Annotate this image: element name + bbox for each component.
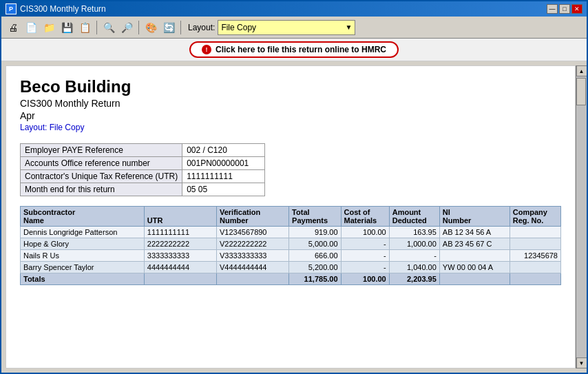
layout-dropdown-value: File Copy — [221, 23, 345, 32]
totals-cell — [439, 273, 510, 285]
close-button[interactable]: ✕ — [571, 4, 582, 14]
table-cell: Dennis Longridge Patterson — [21, 227, 145, 238]
hmrc-bar: ! Click here to file this return online … — [1, 39, 587, 61]
maximize-button[interactable]: □ — [559, 4, 570, 14]
col-header-total: TotalPayments — [289, 207, 341, 227]
table-cell: Barry Spencer Taylor — [21, 262, 145, 273]
toolbar-separator-2 — [138, 21, 139, 34]
table-cell: V3333333333 — [216, 250, 288, 262]
scrollbar-thumb[interactable] — [576, 78, 586, 105]
col-header-name: SubcontractorName — [21, 207, 145, 227]
table-cell: 5,000.00 — [289, 238, 341, 250]
title-bar-controls: — □ ✕ — [547, 4, 582, 14]
table-row: Barry Spencer Taylor4444444444V444444444… — [21, 262, 561, 273]
table-cell: 5,200.00 — [289, 262, 341, 273]
scroll-down-button[interactable]: ▼ — [576, 357, 587, 368]
table-cell: YW 00 00 04 A — [439, 262, 510, 273]
table-cell: - — [341, 262, 389, 273]
table-cell: 2222222222 — [144, 238, 216, 250]
totals-cell: Totals — [21, 273, 145, 285]
info-value: 05 05 — [182, 183, 265, 196]
table-cell: AB 12 34 56 A — [439, 227, 510, 238]
hmrc-file-button[interactable]: ! Click here to file this return online … — [189, 41, 399, 58]
info-label: Contractor's Unique Tax Reference (UTR) — [21, 170, 182, 183]
table-cell: - — [389, 250, 439, 262]
table-cell: AB 23 45 67 C — [439, 238, 510, 250]
company-name: Beco Building — [20, 77, 561, 96]
col-header-cost: Cost ofMaterials — [341, 207, 389, 227]
table-cell: 163.95 — [389, 227, 439, 238]
minimize-button[interactable]: — — [547, 4, 558, 14]
refresh-button[interactable]: 🔄 — [161, 20, 176, 35]
title-bar: P CIS300 Monthly Return — □ ✕ — [1, 1, 587, 17]
table-cell: 666.00 — [289, 250, 341, 262]
info-value: 1111111111 — [182, 170, 265, 183]
table-cell — [510, 227, 560, 238]
data-table: SubcontractorName UTR VerificationNumber… — [20, 206, 561, 285]
table-cell: 3333333333 — [144, 250, 216, 262]
table-cell: 12345678 — [510, 250, 560, 262]
table-cell — [439, 250, 510, 262]
window-title: CIS300 Monthly Return — [20, 4, 106, 14]
table-cell: V4444444444 — [216, 262, 288, 273]
scrollbar-track[interactable] — [576, 76, 587, 357]
hmrc-button-label: Click here to file this return online to… — [216, 45, 386, 54]
table-cell: 1111111111 — [144, 227, 216, 238]
table-cell: V1234567890 — [216, 227, 288, 238]
color-button[interactable]: 🎨 — [143, 20, 158, 35]
table-cell: 1,000.00 — [389, 238, 439, 250]
table-cell — [510, 262, 560, 273]
col-header-verif: VerificationNumber — [216, 207, 288, 227]
layout-dropdown[interactable]: File Copy ▼ — [218, 20, 355, 35]
col-header-company: CompanyReg. No. — [510, 207, 560, 227]
save-button[interactable]: 💾 — [59, 20, 74, 35]
info-value: 001PN00000001 — [182, 157, 265, 170]
zoom-out-button[interactable]: 🔎 — [119, 20, 134, 35]
table-cell — [510, 238, 560, 250]
app-icon: P — [6, 3, 17, 14]
col-header-ni: NINumber — [439, 207, 510, 227]
totals-cell: 11,785.00 — [289, 273, 341, 285]
layout-label: Layout: — [188, 23, 215, 32]
info-value: 002 / C120 — [182, 144, 265, 157]
return-title: CIS300 Monthly Return — [20, 98, 561, 109]
table-row: Nails R Us3333333333V3333333333666.00--1… — [21, 250, 561, 262]
clipboard-button[interactable]: 📋 — [77, 20, 92, 35]
toolbar-separator-3 — [180, 21, 181, 34]
pdf-button[interactable]: 📄 — [23, 20, 39, 35]
table-cell: 919.00 — [289, 227, 341, 238]
main-window: P CIS300 Monthly Return — □ ✕ 🖨 📄 📁 💾 📋 … — [0, 0, 588, 374]
toolbar-separator-1 — [96, 21, 97, 34]
totals-cell — [510, 273, 560, 285]
table-cell: - — [341, 250, 389, 262]
layout-info: Layout: File Copy — [20, 123, 561, 132]
table-row: Hope & Glory2222222222V22222222225,000.0… — [21, 238, 561, 250]
title-bar-left: P CIS300 Monthly Return — [6, 3, 106, 14]
totals-cell — [144, 273, 216, 285]
table-cell: - — [341, 238, 389, 250]
toolbar: 🖨 📄 📁 💾 📋 🔍 🔎 🎨 🔄 Layout: File Copy ▼ — [1, 17, 587, 39]
content-area: Beco Building CIS300 Monthly Return Apr … — [1, 61, 587, 373]
scroll-up-button[interactable]: ▲ — [576, 65, 587, 76]
table-cell: 1,040.00 — [389, 262, 439, 273]
info-label: Accounts Office reference number — [21, 157, 182, 170]
table-row: Dennis Longridge Patterson1111111111V123… — [21, 227, 561, 238]
chevron-down-icon: ▼ — [345, 23, 352, 31]
col-header-utr: UTR — [144, 207, 216, 227]
totals-cell: 2,203.95 — [389, 273, 439, 285]
print-button[interactable]: 🖨 — [6, 20, 21, 35]
info-label: Employer PAYE Reference — [21, 144, 182, 157]
report-month: Apr — [20, 110, 561, 121]
col-header-amount: AmountDeducted — [389, 207, 439, 227]
zoom-in-button[interactable]: 🔍 — [101, 20, 116, 35]
table-cell: V2222222222 — [216, 238, 288, 250]
hmrc-icon: ! — [202, 45, 211, 54]
info-table: Employer PAYE Reference002 / C120Account… — [20, 143, 265, 196]
main-content: Beco Building CIS300 Monthly Return Apr … — [6, 65, 576, 368]
totals-cell — [216, 273, 288, 285]
folder-button[interactable]: 📁 — [41, 20, 56, 35]
totals-row: Totals11,785.00100.002,203.95 — [21, 273, 561, 285]
table-cell: Nails R Us — [21, 250, 145, 262]
table-cell: 100.00 — [341, 227, 389, 238]
table-cell: Hope & Glory — [21, 238, 145, 250]
